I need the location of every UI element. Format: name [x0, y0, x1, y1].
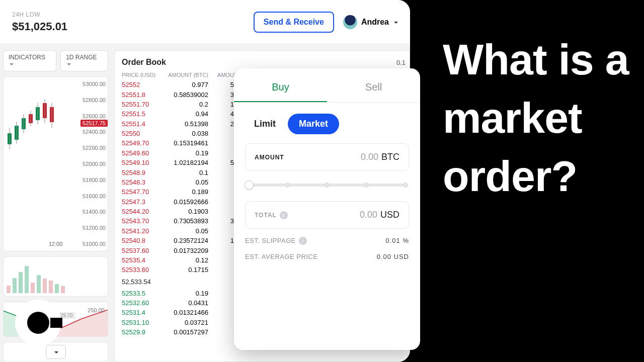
last-price-marker: 52517.75: [80, 120, 108, 127]
total-field[interactable]: TOTALi 0.00USD: [245, 201, 409, 229]
chart-y-axis: 53000.0052800.0052600.0052400.0052200.00…: [72, 77, 106, 251]
chevron-down-icon: [46, 345, 66, 359]
slider-thumb[interactable]: [245, 180, 254, 190]
order-type-toggle: Limit Market: [245, 114, 409, 134]
amount-unit: BTC: [381, 152, 399, 162]
range-dropdown[interactable]: 1D RANGE: [60, 50, 108, 71]
low-label: 24H LOW: [12, 11, 67, 18]
candlestick-chart[interactable]: 53000.0052800.0052600.0052400.0052200.00…: [3, 76, 108, 251]
indicators-dropdown[interactable]: INDICATORS: [3, 50, 56, 71]
chart-chip-row: INDICATORS 1D RANGE: [3, 50, 108, 71]
order-form: Buy Sell Limit Market AMOUNT 0.00BTC TOT…: [234, 68, 420, 350]
volume-chart[interactable]: [3, 256, 108, 297]
send-receive-button[interactable]: Send & Receive: [254, 12, 334, 33]
chart-time-label: 12:00: [49, 241, 63, 247]
order-type-market[interactable]: Market: [288, 114, 339, 134]
avgprice-value: 0.00 USD: [377, 253, 409, 260]
depth-y-label: 250.00: [88, 307, 105, 313]
total-label: TOTAL: [255, 212, 277, 219]
total-unit: USD: [380, 210, 399, 220]
volume-bars: [7, 263, 72, 293]
avatar: [343, 15, 357, 29]
coinbase-logo-icon: [15, 300, 61, 346]
low-price-block: 24H LOW $51,025.01: [12, 11, 67, 33]
topbar: 24H LOW $51,025.01 Send & Receive Andrea: [0, 0, 410, 44]
chart-bottom-control[interactable]: [3, 342, 108, 362]
amount-slider[interactable]: [246, 180, 408, 190]
slippage-value: 0.01 %: [386, 237, 409, 245]
buy-sell-tabs: Buy Sell: [234, 73, 420, 103]
chevron-down-icon: [9, 61, 14, 68]
amount-field[interactable]: AMOUNT 0.00BTC: [245, 143, 409, 171]
order-type-limit[interactable]: Limit: [245, 114, 285, 134]
slippage-label: EST. SLIPPAGE: [245, 237, 296, 244]
amount-label: AMOUNT: [255, 154, 284, 161]
amount-value: 0.00: [361, 152, 378, 162]
avgprice-label: EST. AVERAGE PRICE: [245, 253, 318, 260]
tab-buy[interactable]: Buy: [234, 73, 327, 102]
topbar-right: Send & Receive Andrea: [254, 12, 398, 33]
orderbook-step[interactable]: 0.1: [396, 59, 406, 66]
user-name: Andrea: [361, 18, 389, 27]
chevron-down-icon: [66, 61, 71, 68]
total-value: 0.00: [360, 210, 377, 220]
candles: [7, 83, 72, 163]
tab-sell[interactable]: Sell: [327, 73, 420, 102]
user-menu[interactable]: Andrea: [343, 15, 398, 29]
orderbook-title: Order Book: [122, 58, 166, 67]
chevron-down-icon: [393, 18, 398, 27]
low-value: $51,025.01: [12, 20, 67, 33]
info-icon[interactable]: i: [299, 237, 307, 245]
page-headline: What is a market order?: [443, 30, 644, 205]
info-icon[interactable]: i: [280, 211, 288, 219]
